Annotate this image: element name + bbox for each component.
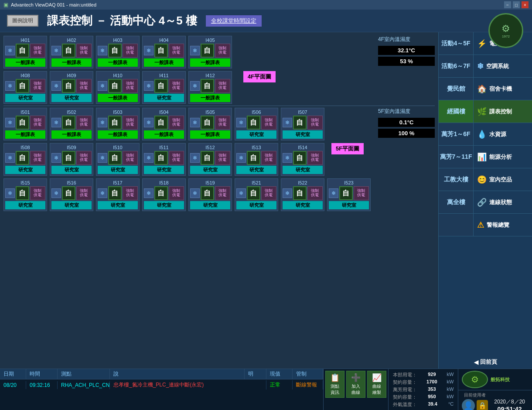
snowflake-btn-I501[interactable]: ❄ (5, 118, 15, 127)
room-I405[interactable]: I405 ❄ 自 強制供電 一般課表 (188, 36, 232, 68)
auto-btn-I509[interactable]: 自 (62, 151, 75, 165)
tag-I505[interactable]: 一般課表 (190, 130, 230, 139)
force-btn-I521[interactable]: 強制供電 (261, 186, 276, 200)
snowflake-btn-I408[interactable]: ❄ (5, 81, 15, 91)
snowflake-btn-I517[interactable]: ❄ (98, 188, 107, 198)
tag-I404[interactable]: 一般課表 (144, 58, 184, 67)
force-btn-I408[interactable]: 強制供電 (30, 79, 45, 93)
tag-I512[interactable]: 研究室 (190, 166, 230, 174)
auto-btn-I408[interactable]: 自 (16, 79, 29, 93)
room-I523[interactable]: I523 ❄ 自 強制供電 研究室 (327, 178, 371, 211)
tag-I502[interactable]: 一般課表 (51, 130, 92, 139)
snowflake-btn-I508[interactable]: ❄ (5, 153, 15, 163)
room-I504[interactable]: I504 ❄ 自 強制供電 一般課表 (142, 108, 186, 140)
sidebar-item-activity67[interactable]: 活動6～7F ❄ 空調系統 (439, 55, 532, 78)
room-I521[interactable]: I521 ❄ 自 強制供電 研究室 (235, 178, 278, 211)
snowflake-btn-I503[interactable]: ❄ (98, 118, 107, 127)
snowflake-btn-I515[interactable]: ❄ (5, 188, 15, 198)
snowflake-btn-I516[interactable]: ❄ (51, 188, 61, 198)
snowflake-btn-I518[interactable]: ❄ (144, 188, 153, 198)
room-I502[interactable]: I502 ❄ 自 強制供電 一般課表 (50, 108, 93, 140)
sidebar-item-alarm[interactable]: ⚠ 警報總覽 (439, 214, 532, 236)
room-I515[interactable]: I515 ❄ 自 強制供電 研究室 (3, 178, 47, 211)
room-I410[interactable]: I410 ❄ 自 強制供電 一般課表 (96, 71, 140, 104)
tag-I514[interactable]: 研究室 (283, 166, 323, 174)
auto-btn-I404[interactable]: 自 (154, 44, 168, 58)
auto-btn-I522[interactable]: 自 (293, 186, 307, 200)
room-I503[interactable]: I503 ❄ 自 強制供電 一般課表 (96, 108, 140, 140)
auto-btn-I402[interactable]: 自 (62, 44, 75, 58)
snowflake-btn-I510[interactable]: ❄ (98, 153, 107, 163)
auto-btn-I412[interactable]: 自 (201, 79, 214, 93)
room-I519[interactable]: I519 ❄ 自 強制供電 研究室 (188, 178, 232, 211)
room-I508[interactable]: I508 ❄ 自 強制供電 研究室 (3, 143, 47, 176)
tag-I506[interactable]: 研究室 (236, 130, 276, 139)
room-I404[interactable]: I404 ❄ 自 強制供電 一般課表 (142, 36, 186, 68)
snowflake-btn-I505[interactable]: ❄ (190, 118, 200, 127)
auto-btn-I513[interactable]: 自 (247, 151, 260, 165)
room-I517[interactable]: I517 ❄ 自 強制供電 研究室 (96, 178, 140, 211)
schedule-button[interactable]: 全校課堂時間設定 (206, 15, 262, 27)
tag-I402[interactable]: 一般課表 (51, 58, 92, 67)
tag-I408[interactable]: 研究室 (5, 94, 45, 102)
snowflake-btn-I514[interactable]: ❄ (283, 153, 292, 163)
sidebar-item-juemin[interactable]: 覺民館 🏠 宿舍卡機 (439, 78, 532, 100)
tag-I515[interactable]: 研究室 (5, 201, 45, 209)
auto-btn-I505[interactable]: 自 (201, 116, 214, 130)
force-btn-I503[interactable]: 強制供電 (123, 116, 138, 130)
snowflake-btn-I403[interactable]: ❄ (98, 46, 107, 55)
snowflake-btn-I513[interactable]: ❄ (236, 153, 246, 163)
tag-I516[interactable]: 研究室 (51, 201, 92, 209)
tag-I519[interactable]: 研究室 (190, 201, 230, 209)
room-I411[interactable]: I411 ❄ 自 強制供電 研究室 (142, 71, 186, 104)
force-btn-I514[interactable]: 強制供電 (307, 151, 323, 165)
room-I522[interactable]: I522 ❄ 自 強制供電 研究室 (281, 178, 324, 211)
auto-btn-I510[interactable]: 自 (108, 151, 122, 165)
snowflake-btn-I404[interactable]: ❄ (144, 46, 153, 55)
room-I506[interactable]: I506 ❄ 自 強制供電 研究室 (235, 108, 278, 140)
add-curve-button[interactable]: ➕ 加入曲線 (346, 371, 365, 398)
auto-btn-I515[interactable]: 自 (16, 186, 29, 200)
force-btn-I506[interactable]: 強制供電 (261, 116, 276, 130)
force-btn-I519[interactable]: 強制供電 (215, 186, 230, 200)
maximize-button[interactable]: □ (513, 1, 520, 8)
force-btn-I410[interactable]: 強制供電 (123, 79, 138, 93)
force-btn-I505[interactable]: 強制供電 (215, 116, 230, 130)
room-I408[interactable]: I408 ❄ 自 強制供電 研究室 (3, 71, 47, 104)
title-bar-controls[interactable]: − □ × (504, 1, 529, 8)
force-btn-I402[interactable]: 強制供電 (76, 44, 92, 58)
force-btn-I502[interactable]: 強制供電 (76, 116, 92, 130)
force-btn-I518[interactable]: 強制供電 (169, 186, 184, 200)
tag-I518[interactable]: 研究室 (144, 201, 184, 209)
force-btn-I508[interactable]: 強制供電 (30, 151, 45, 165)
force-btn-I522[interactable]: 強制供電 (307, 186, 323, 200)
room-I514[interactable]: I514 ❄ 自 強制供電 研究室 (281, 143, 324, 176)
snowflake-btn-I402[interactable]: ❄ (51, 46, 61, 55)
auto-btn-I401[interactable]: 自 (16, 44, 29, 58)
room-I412[interactable]: I412 ❄ 自 強制供電 一般課表 (188, 71, 232, 104)
force-btn-I523[interactable]: 強制供電 (354, 186, 369, 200)
room-I401[interactable]: I401 ❄ 自 強制供電 一般課表 (3, 36, 47, 68)
tag-I412[interactable]: 一般課表 (190, 94, 230, 102)
snowflake-btn-I502[interactable]: ❄ (51, 118, 61, 127)
force-btn-I501[interactable]: 強制供電 (30, 116, 45, 130)
sidebar-item-jingguo[interactable]: 經國樓 🌿 課表控制 (439, 100, 532, 123)
room-I518[interactable]: I518 ❄ 自 強制供電 研究室 (142, 178, 186, 211)
force-btn-I409[interactable]: 強制供電 (76, 79, 92, 93)
sidebar-item-gongjiао[interactable]: 工教大樓 😊 室內空品 (439, 168, 532, 191)
tag-I517[interactable]: 研究室 (98, 201, 138, 209)
tag-I521[interactable]: 研究室 (236, 201, 276, 209)
auto-btn-I409[interactable]: 自 (62, 79, 75, 93)
auto-btn-I501[interactable]: 自 (16, 116, 29, 130)
tag-I509[interactable]: 研究室 (51, 166, 92, 174)
force-btn-I507[interactable]: 強制供電 (307, 116, 323, 130)
room-I403[interactable]: I403 ❄ 自 強制供電 一般課表 (96, 36, 140, 68)
tag-I403[interactable]: 一般課表 (98, 58, 138, 67)
snowflake-btn-I405[interactable]: ❄ (190, 46, 200, 55)
force-btn-I515[interactable]: 強制供電 (30, 186, 45, 200)
force-btn-I511[interactable]: 強制供電 (169, 151, 184, 165)
auto-btn-I519[interactable]: 自 (201, 186, 214, 200)
sidebar-item-wanfang16[interactable]: 萬芳1～6F 💧 水資源 (439, 123, 532, 146)
force-btn-I404[interactable]: 強制供電 (169, 44, 184, 58)
auto-btn-I514[interactable]: 自 (293, 151, 307, 165)
